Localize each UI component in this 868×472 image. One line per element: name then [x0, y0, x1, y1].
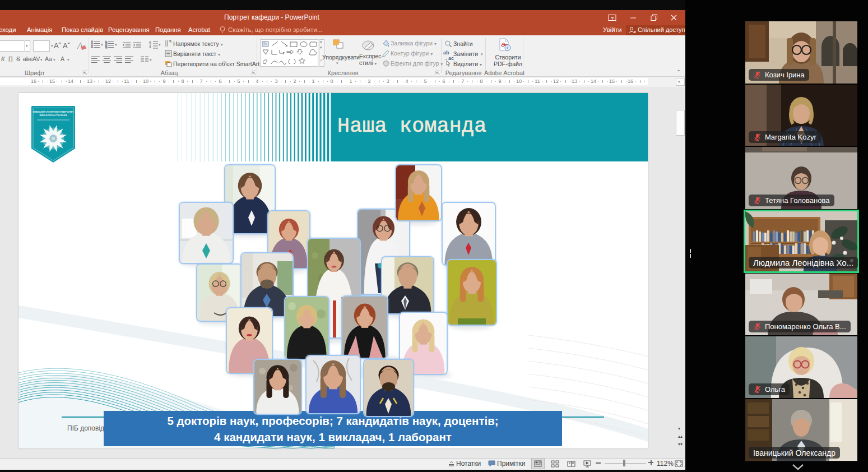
svg-text:4.: 4.: [105, 46, 107, 49]
svg-text:КИЇВСЬКИЙ СТОЛИЧНИЙ УНІВЕРСИТЕ: КИЇВСЬКИЙ СТОЛИЧНИЙ УНІВЕРСИТЕТ: [33, 111, 74, 113]
svg-text:ІМЕНІ БОРИСА ГРІНЧЕНКА: ІМЕНІ БОРИСА ГРІНЧЕНКА: [39, 114, 67, 117]
